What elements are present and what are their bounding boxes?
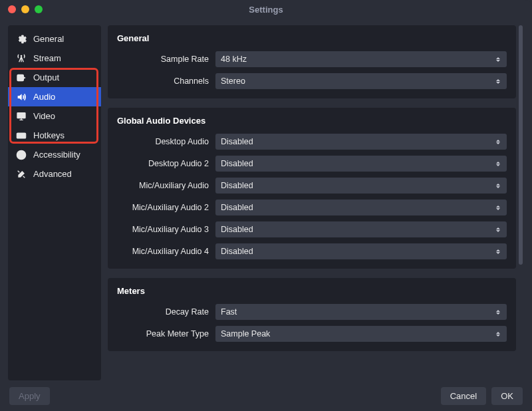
scrollbar-thumb[interactable] bbox=[519, 25, 523, 265]
svg-rect-2 bbox=[17, 112, 25, 118]
window-title: Settings bbox=[0, 5, 532, 15]
stepper-arrows-icon bbox=[495, 57, 501, 62]
titlebar: Settings bbox=[0, 0, 532, 19]
peak-meter-type-select[interactable]: Sample Peak bbox=[215, 326, 507, 342]
sidebar-item-accessibility[interactable]: Accessibility bbox=[8, 145, 101, 164]
svg-rect-3 bbox=[17, 133, 25, 138]
mic-aux-audio-3-select[interactable]: Disabled bbox=[215, 221, 507, 237]
dialog-footer: Apply Cancel OK bbox=[0, 380, 532, 411]
accessibility-icon bbox=[16, 150, 27, 160]
select-value: 48 kHz bbox=[221, 55, 495, 64]
sidebar-item-advanced[interactable]: Advanced bbox=[8, 164, 101, 184]
svg-point-0 bbox=[21, 55, 23, 57]
sample-rate-select[interactable]: 48 kHz bbox=[215, 51, 507, 67]
desktop-audio-select[interactable]: Disabled bbox=[215, 134, 507, 150]
sidebar-item-stream[interactable]: Stream bbox=[8, 49, 101, 68]
field-label: Mic/Auxiliary Audio 2 bbox=[117, 203, 215, 212]
stepper-arrows-icon bbox=[495, 79, 501, 84]
stepper-arrows-icon bbox=[495, 249, 501, 254]
apply-button[interactable]: Apply bbox=[9, 387, 50, 405]
gear-icon bbox=[16, 34, 27, 45]
mic-aux-audio-2-select[interactable]: Disabled bbox=[215, 200, 507, 215]
close-window-button[interactable] bbox=[8, 5, 16, 13]
mic-aux-audio-select[interactable]: Disabled bbox=[215, 178, 507, 194]
minimize-window-button[interactable] bbox=[21, 5, 29, 13]
section-global-audio-devices: Global Audio Devices Desktop Audio Disab… bbox=[108, 108, 516, 269]
monitor-icon bbox=[16, 111, 27, 122]
sidebar-item-label: Hotkeys bbox=[33, 130, 65, 140]
settings-sidebar: General Stream Output Audio Video bbox=[8, 25, 101, 380]
field-label: Mic/Auxiliary Audio 3 bbox=[117, 225, 215, 234]
speaker-icon bbox=[16, 92, 27, 102]
keyboard-icon bbox=[16, 130, 27, 141]
field-peak-meter-type: Peak Meter Type Sample Peak bbox=[117, 326, 507, 342]
settings-content: General Sample Rate 48 kHz Channels Ster… bbox=[108, 25, 524, 380]
sidebar-item-label: Advanced bbox=[33, 169, 72, 179]
field-channels: Channels Stereo bbox=[117, 73, 507, 89]
section-title: Meters bbox=[117, 286, 507, 296]
field-desktop-audio-2: Desktop Audio 2 Disabled bbox=[117, 156, 507, 172]
field-label: Desktop Audio 2 bbox=[117, 159, 215, 168]
traffic-lights bbox=[0, 5, 43, 13]
section-meters: Meters Decay Rate Fast Peak Meter Type S… bbox=[108, 278, 516, 351]
select-value: Disabled bbox=[221, 225, 495, 234]
sidebar-item-output[interactable]: Output bbox=[8, 68, 101, 87]
output-icon bbox=[16, 72, 27, 83]
select-value: Disabled bbox=[221, 181, 495, 190]
sidebar-item-label: General bbox=[33, 34, 64, 44]
field-mic-aux-audio: Mic/Auxiliary Audio Disabled bbox=[117, 178, 507, 194]
sidebar-item-label: Output bbox=[33, 72, 59, 82]
field-label: Decay Rate bbox=[117, 307, 215, 317]
select-value: Disabled bbox=[221, 159, 495, 168]
ok-button[interactable]: OK bbox=[491, 387, 523, 405]
desktop-audio-2-select[interactable]: Disabled bbox=[215, 156, 507, 172]
field-mic-aux-audio-4: Mic/Auxiliary Audio 4 Disabled bbox=[117, 243, 507, 259]
field-decay-rate: Decay Rate Fast bbox=[117, 304, 507, 320]
field-sample-rate: Sample Rate 48 kHz bbox=[117, 51, 507, 67]
field-label: Sample Rate bbox=[117, 55, 215, 64]
select-value: Fast bbox=[221, 307, 495, 317]
stepper-arrows-icon bbox=[495, 206, 501, 210]
maximize-window-button[interactable] bbox=[35, 5, 43, 13]
field-mic-aux-audio-3: Mic/Auxiliary Audio 3 Disabled bbox=[117, 221, 507, 237]
mic-aux-audio-4-select[interactable]: Disabled bbox=[215, 243, 507, 259]
sidebar-item-video[interactable]: Video bbox=[8, 106, 101, 126]
select-value: Stereo bbox=[221, 76, 495, 86]
field-desktop-audio: Desktop Audio Disabled bbox=[117, 134, 507, 150]
section-title: General bbox=[117, 33, 507, 43]
field-label: Peak Meter Type bbox=[117, 329, 215, 339]
field-mic-aux-audio-2: Mic/Auxiliary Audio 2 Disabled bbox=[117, 200, 507, 215]
stepper-arrows-icon bbox=[495, 140, 501, 144]
sidebar-item-hotkeys[interactable]: Hotkeys bbox=[8, 126, 101, 145]
sidebar-item-label: Video bbox=[33, 111, 55, 121]
section-general: General Sample Rate 48 kHz Channels Ster… bbox=[108, 25, 516, 98]
antenna-icon bbox=[16, 53, 27, 64]
stepper-arrows-icon bbox=[495, 227, 501, 232]
section-title: Global Audio Devices bbox=[117, 116, 507, 126]
select-value: Disabled bbox=[221, 247, 495, 256]
field-label: Desktop Audio bbox=[117, 137, 215, 146]
sidebar-item-label: Audio bbox=[33, 92, 55, 102]
select-value: Disabled bbox=[221, 203, 495, 212]
content-scrollbar[interactable] bbox=[519, 25, 524, 265]
sidebar-item-general[interactable]: General bbox=[8, 29, 101, 49]
select-value: Disabled bbox=[221, 137, 495, 146]
field-label: Mic/Auxiliary Audio bbox=[117, 181, 215, 190]
channels-select[interactable]: Stereo bbox=[215, 73, 507, 89]
tools-icon bbox=[16, 169, 27, 180]
select-value: Sample Peak bbox=[221, 329, 495, 339]
stepper-arrows-icon bbox=[495, 332, 501, 337]
cancel-button[interactable]: Cancel bbox=[441, 387, 486, 405]
field-label: Channels bbox=[117, 76, 215, 86]
svg-point-5 bbox=[21, 152, 22, 153]
field-label: Mic/Auxiliary Audio 4 bbox=[117, 247, 215, 256]
stepper-arrows-icon bbox=[495, 162, 501, 166]
decay-rate-select[interactable]: Fast bbox=[215, 304, 507, 320]
stepper-arrows-icon bbox=[495, 310, 501, 315]
sidebar-item-audio[interactable]: Audio bbox=[8, 87, 101, 106]
stepper-arrows-icon bbox=[495, 184, 501, 188]
svg-rect-1 bbox=[17, 74, 23, 80]
sidebar-item-label: Stream bbox=[33, 53, 61, 63]
sidebar-item-label: Accessibility bbox=[33, 150, 80, 160]
